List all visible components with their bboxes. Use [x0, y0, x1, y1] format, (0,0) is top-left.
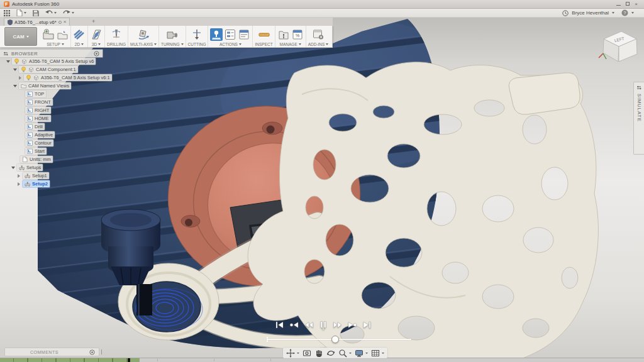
- new-setup-icon[interactable]: [42, 28, 55, 41]
- fit-caret-icon[interactable]: [349, 353, 352, 354]
- simulate-icon[interactable]: [210, 28, 223, 41]
- expand-icon[interactable]: [6, 60, 10, 63]
- multi-axis-icon[interactable]: [137, 28, 150, 41]
- job-status-icon[interactable]: [562, 8, 569, 19]
- tree-item-root[interactable]: A356-T6_CAM 5 Axis Setup v6: [0, 57, 110, 65]
- toolbar-group-actions[interactable]: ACTIONS: [208, 26, 253, 47]
- browser-header[interactable]: BROWSER: [0, 50, 103, 57]
- collapse-panel-icon[interactable]: [3, 51, 9, 57]
- tree-item-drill[interactable]: Drill: [0, 123, 110, 131]
- restore-button[interactable]: [626, 2, 630, 7]
- tree-item-setup1[interactable]: Setup1: [0, 172, 110, 180]
- expand-icon[interactable]: [13, 85, 17, 87]
- zoom-icon[interactable]: [326, 349, 335, 358]
- grid-caret-icon[interactable]: [382, 353, 384, 354]
- setup-icon: [19, 165, 25, 170]
- app-grid-icon[interactable]: [4, 10, 10, 16]
- tab-close-icon[interactable]: ×: [64, 19, 67, 25]
- visibility-bulb-icon[interactable]: [26, 75, 31, 80]
- drilling-icon[interactable]: [110, 28, 123, 41]
- previous-operation-button[interactable]: [289, 320, 299, 330]
- undo-icon[interactable]: [45, 10, 57, 16]
- close-button[interactable]: ×: [635, 2, 638, 7]
- comments-grip[interactable]: [101, 349, 102, 354]
- tree-item-front[interactable]: FRONT: [0, 98, 110, 106]
- toolbar-group-setup[interactable]: SETUP: [40, 26, 71, 47]
- step-back-button[interactable]: [304, 320, 314, 330]
- toolbar-group-addins[interactable]: ADD-INS: [306, 26, 331, 47]
- simulate-panel-tab[interactable]: SIMULATE: [633, 82, 644, 155]
- toolbar-group-cutting[interactable]: CUTTING: [186, 26, 209, 47]
- document-tab-label: A356-T6_...etup v6*: [14, 19, 57, 25]
- tree-item-home[interactable]: HOME: [0, 114, 110, 123]
- toolbar-group-turning[interactable]: TURNING: [159, 26, 186, 47]
- timeline-playhead[interactable]: [128, 358, 130, 362]
- display-settings-icon[interactable]: [355, 349, 364, 358]
- timeline-operations[interactable]: [0, 358, 140, 362]
- collapse-icon[interactable]: [18, 174, 20, 178]
- toolbar-group-multiaxis[interactable]: MULTI-AXIS: [128, 26, 159, 47]
- collapse-icon[interactable]: [19, 76, 21, 80]
- workspace-selector[interactable]: CAM: [4, 27, 37, 46]
- fit-icon[interactable]: [338, 349, 347, 358]
- step-forward-button[interactable]: [333, 320, 343, 330]
- pause-button[interactable]: [318, 320, 328, 330]
- minimize-button[interactable]: [616, 2, 621, 7]
- display-caret-icon[interactable]: [365, 353, 368, 354]
- new-tab-button[interactable]: +: [92, 18, 95, 25]
- orbit-icon[interactable]: [286, 349, 295, 358]
- cutting-icon[interactable]: [191, 28, 203, 41]
- save-icon[interactable]: [33, 10, 39, 16]
- tree-item-named-views[interactable]: CAM Named Views: [0, 82, 110, 90]
- tree-item-contour[interactable]: Contour: [0, 139, 110, 147]
- tree-item-adaptive[interactable]: Adaptive: [0, 131, 110, 139]
- cam-timeline[interactable]: [0, 358, 644, 362]
- tree-item-start[interactable]: Start: [0, 147, 110, 155]
- tree-item-setups[interactable]: Setups: [0, 163, 110, 172]
- tree-item-setup-instance[interactable]: A356-T6_CAM 5 Axis Setup v6:1: [0, 74, 110, 82]
- view-cube[interactable]: LEFT: [596, 23, 641, 68]
- new-folder-icon[interactable]: [56, 28, 69, 41]
- turning-icon[interactable]: [166, 28, 179, 41]
- simulation-scrubber-track[interactable]: [267, 339, 411, 340]
- toolbar-group-drilling[interactable]: DRILLING: [105, 26, 128, 47]
- orbit-caret-icon[interactable]: [297, 353, 299, 354]
- post-library-icon[interactable]: %: [291, 28, 304, 41]
- tree-item-right[interactable]: RIGHT: [0, 106, 110, 114]
- document-tab[interactable]: A356-T6_...etup v6* ×: [4, 18, 70, 26]
- addins-icon[interactable]: [312, 28, 325, 41]
- tree-item-units[interactable]: Units: mm: [0, 155, 110, 163]
- 3d-milling-icon[interactable]: [90, 28, 103, 41]
- toolbar-group-inspect[interactable]: INSPECT: [253, 26, 275, 47]
- comments-options-icon[interactable]: [89, 349, 95, 355]
- toolbar-group-3d[interactable]: 3D: [88, 26, 105, 47]
- visibility-bulb-icon[interactable]: [14, 58, 19, 64]
- expand-icon[interactable]: [11, 167, 15, 169]
- collapse-icon[interactable]: [18, 182, 20, 186]
- grid-layout-icon[interactable]: [371, 349, 380, 358]
- tree-item-setup2[interactable]: Setup2: [0, 180, 110, 188]
- browser-options-icon[interactable]: [94, 51, 99, 57]
- look-at-icon[interactable]: [303, 349, 311, 358]
- redo-icon[interactable]: [63, 10, 74, 16]
- tree-item-top[interactable]: TOP: [0, 90, 110, 98]
- pan-icon[interactable]: [314, 349, 323, 358]
- simulation-scrubber-handle[interactable]: [331, 336, 339, 343]
- user-account-button[interactable]: Bryce Heventhal: [572, 10, 609, 16]
- tree-item-cam-component[interactable]: CAM Component:1: [0, 65, 110, 74]
- go-to-end-button[interactable]: [362, 320, 372, 330]
- toolbar-group-2d[interactable]: 2D: [71, 26, 88, 47]
- tool-library-icon[interactable]: [277, 28, 290, 41]
- help-icon[interactable]: ?: [621, 8, 628, 19]
- post-process-icon[interactable]: [224, 28, 236, 41]
- next-operation-button[interactable]: [347, 320, 357, 330]
- 2d-milling-icon[interactable]: [73, 28, 86, 41]
- file-menu-icon[interactable]: [16, 9, 26, 16]
- toolbar-group-manage[interactable]: % MANAGE: [275, 26, 306, 47]
- visibility-bulb-icon[interactable]: [21, 67, 26, 72]
- expand-icon[interactable]: [13, 69, 17, 71]
- go-to-start-button[interactable]: [275, 320, 285, 330]
- setup-sheet-icon[interactable]: [238, 28, 250, 41]
- comments-bar[interactable]: COMMENTS: [4, 348, 99, 356]
- measure-icon[interactable]: [258, 28, 270, 41]
